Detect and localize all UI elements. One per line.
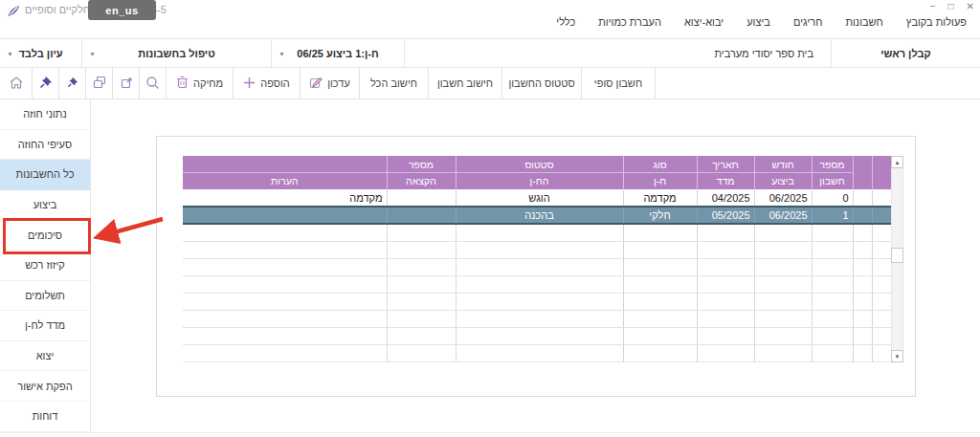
- menu-exceptions[interactable]: חריגים: [782, 16, 835, 32]
- export-window-button[interactable]: [113, 68, 140, 98]
- search-icon: [145, 76, 160, 92]
- trash-icon: [176, 76, 189, 91]
- search-button[interactable]: [140, 68, 167, 98]
- add-button[interactable]: הוספה: [234, 68, 301, 98]
- account-dropdown[interactable]: ח-ן:1 ביצוע 06/25 ▼: [271, 39, 404, 67]
- minimize-icon[interactable]: −: [930, 1, 936, 11]
- sidebar-item-procurement-offset[interactable]: קיזוז רכש: [0, 251, 90, 281]
- delete-button-label: מחיקה: [193, 77, 223, 89]
- header-execution-month[interactable]: חודשביצוע: [754, 156, 812, 189]
- home-icon: [9, 76, 24, 92]
- plus-icon: [243, 76, 256, 91]
- pin-small-button[interactable]: [59, 68, 86, 98]
- header-account-number[interactable]: מספרחשבון: [812, 156, 853, 189]
- chevron-down-icon[interactable]: ▼: [7, 50, 13, 56]
- context-bar: קבלן ראשי בית ספר יסודי מערבית ח-ן:1 ביצ…: [0, 38, 980, 68]
- sidebar-item-export[interactable]: יצוא: [0, 341, 90, 372]
- footer-divider: [0, 432, 980, 433]
- sidebar-item-contract-data[interactable]: נתוני חוזה: [0, 99, 90, 130]
- calculate-account-label: חישוב חשבון: [437, 77, 493, 89]
- delete-button[interactable]: מחיקה: [167, 68, 234, 98]
- app-window: 2025-5 חשבונות חלקיים וסופיים en_us − □ …: [0, 0, 980, 437]
- header-account-type[interactable]: סוגח-ן: [623, 156, 697, 189]
- table-row-empty[interactable]: [183, 310, 891, 327]
- sidebar-item-all-accounts[interactable]: כל החשבונות: [0, 160, 90, 190]
- table-row-empty[interactable]: [183, 241, 891, 258]
- calculate-all-button[interactable]: חישוב הכל: [360, 68, 429, 98]
- home-button[interactable]: [0, 68, 33, 98]
- close-icon[interactable]: ✕: [967, 1, 974, 11]
- menu-file-actions[interactable]: פעולות בקובץ: [895, 16, 978, 32]
- menu-accounts[interactable]: חשבונות: [834, 16, 894, 32]
- header-marker-col: [853, 156, 872, 189]
- cascade-windows-button[interactable]: [86, 68, 113, 98]
- contractor-label: קבלן ראשי: [831, 39, 980, 67]
- menu-import-export[interactable]: יבוא-יצוא: [673, 16, 735, 32]
- pin-button[interactable]: [33, 68, 59, 98]
- sidebar-item-payments[interactable]: תשלומים: [0, 281, 90, 312]
- header-allocation-number[interactable]: מספרהקצאה: [387, 156, 456, 189]
- scrollbar-thumb[interactable]: [891, 248, 903, 263]
- menu-execution[interactable]: ביצוע: [735, 16, 782, 32]
- sidebar-item-contract-clauses[interactable]: סעיפי החוזה: [0, 130, 90, 161]
- toolbar-spacer: [656, 68, 980, 98]
- table-row-selected[interactable]: 1 06/2025 05/2025 חלקי בהכנה: [183, 207, 891, 224]
- sidebar-item-account-index[interactable]: מדד לח-ן: [0, 311, 90, 341]
- table-row[interactable]: 0 06/2025 04/2025 מקדמה הוגש מקדמה: [183, 189, 891, 207]
- sidebar-item-approval[interactable]: הפקת אישור: [0, 371, 90, 402]
- update-button[interactable]: עדכון: [301, 68, 360, 98]
- sidebar: נתוני חוזה סעיפי החוזה כל החשבונות ביצוע…: [0, 99, 91, 432]
- vertical-scrollbar[interactable]: ▲ ▼: [891, 156, 903, 362]
- cell-execution-month: 06/2025: [754, 207, 812, 224]
- calculate-all-label: חישוב הכל: [370, 77, 417, 89]
- table-row-empty[interactable]: [183, 275, 891, 293]
- accounts-table: מספרחשבון חודשביצוע תאריךמדד סוגח-ן סטטו…: [183, 156, 891, 362]
- menu-general[interactable]: כללי: [545, 16, 587, 32]
- calculate-account-button[interactable]: חישוב חשבון: [429, 68, 502, 98]
- table-row-empty[interactable]: [183, 293, 891, 310]
- table-row-empty[interactable]: [183, 327, 891, 344]
- cell-account-status: בהכנה: [456, 207, 623, 224]
- cell-allocation: [387, 207, 456, 224]
- header-account-status[interactable]: סטטוסהח-ן: [456, 156, 623, 189]
- accounts-panel: מספרחשבון חודשביצוע תאריךמדד סוגח-ן סטטו…: [156, 136, 916, 397]
- menu-quantity-transfer[interactable]: העברת כמויות: [587, 16, 673, 32]
- cell-account-number: 1: [812, 207, 853, 224]
- account-status-label: סטטוס החשבון: [508, 77, 574, 89]
- scroll-down-icon[interactable]: ▼: [891, 350, 903, 362]
- sidebar-item-reports[interactable]: דוחות: [0, 402, 90, 432]
- view-mode-dropdown[interactable]: עיון בלבד ▼: [0, 39, 81, 67]
- maximize-icon[interactable]: □: [948, 1, 954, 11]
- header-index-date[interactable]: תאריךמדד: [697, 156, 754, 189]
- table-row-empty[interactable]: [183, 344, 891, 361]
- table-row-empty[interactable]: [183, 258, 891, 275]
- final-account-button[interactable]: חשבון סופי: [582, 68, 656, 98]
- sidebar-item-summaries[interactable]: סיכומים: [0, 220, 90, 251]
- cell-account-number: 0: [812, 189, 853, 207]
- table-header-row: מספרחשבון חודשביצוע תאריךמדד סוגח-ן סטטו…: [183, 156, 891, 189]
- cell-notes: מקדמה: [183, 189, 387, 207]
- header-notes[interactable]: הערות: [183, 156, 387, 189]
- window-arrow-icon: [120, 76, 133, 91]
- sidebar-item-execution[interactable]: ביצוע: [0, 190, 90, 221]
- pin-icon: [67, 76, 78, 90]
- scroll-up-icon[interactable]: ▲: [891, 156, 903, 168]
- language-badge[interactable]: en_us: [88, 0, 156, 20]
- chevron-down-icon[interactable]: ▼: [278, 50, 285, 56]
- update-button-label: עדכון: [327, 77, 350, 89]
- cell-account-status: הוגש: [456, 189, 623, 207]
- cell-index-date: 05/2025: [697, 207, 754, 224]
- app-logo-icon: [7, 4, 20, 22]
- header-marker-col: [872, 156, 891, 189]
- module-dropdown[interactable]: טיפול בחשבונות ▼: [81, 39, 271, 67]
- cascade-windows-icon: [93, 76, 106, 91]
- table-body: 0 06/2025 04/2025 מקדמה הוגש מקדמה 1 06/…: [183, 189, 891, 361]
- add-button-label: הוספה: [260, 77, 290, 89]
- cell-account-type: מקדמה: [623, 189, 697, 207]
- window-controls: − □ ✕: [930, 1, 974, 11]
- chevron-down-icon[interactable]: ▼: [89, 50, 96, 56]
- table-row-empty[interactable]: [183, 224, 891, 241]
- edit-pencil-icon: [309, 76, 323, 91]
- account-status-button[interactable]: סטטוס החשבון: [502, 68, 582, 98]
- cell-notes: [183, 207, 387, 224]
